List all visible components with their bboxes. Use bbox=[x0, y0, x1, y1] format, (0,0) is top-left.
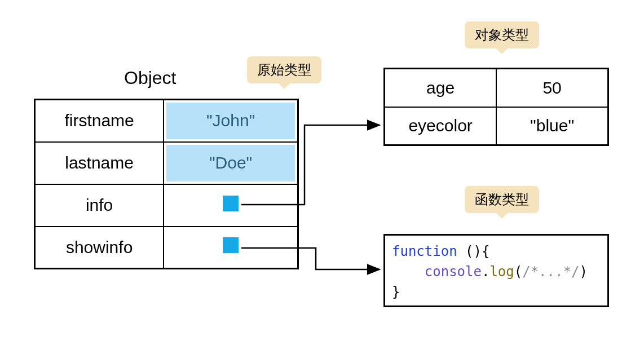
prop-val: "John" bbox=[164, 100, 298, 142]
object-table: firstname "John" lastname "Doe" info sho… bbox=[34, 99, 299, 269]
primitive-value: "John" bbox=[166, 103, 295, 139]
object-type-label: 对象类型 bbox=[465, 21, 539, 48]
table-row: info bbox=[35, 184, 298, 227]
reference-icon bbox=[223, 237, 239, 253]
code-text: ) bbox=[579, 264, 587, 280]
code-object: console bbox=[425, 264, 482, 280]
code-indent bbox=[392, 264, 425, 280]
prop-val bbox=[164, 227, 298, 269]
primitive-type-label: 原始类型 bbox=[247, 56, 321, 83]
prop-key: lastname bbox=[35, 142, 164, 184]
reference-icon bbox=[223, 196, 239, 211]
prop-key: info bbox=[35, 184, 164, 227]
code-text: } bbox=[392, 284, 400, 300]
table-row: showinfo bbox=[35, 227, 298, 269]
primitive-value: "Doe" bbox=[166, 145, 295, 181]
code-text: ( bbox=[514, 264, 522, 280]
prop-key: eyecolor bbox=[385, 107, 497, 145]
code-text: . bbox=[482, 264, 489, 280]
prop-val: "Doe" bbox=[164, 142, 298, 184]
prop-val: "blue" bbox=[496, 107, 608, 145]
function-code-block: function (){ console.log(/*...*/) } bbox=[383, 234, 609, 307]
referenced-object-table: age 50 eyecolor "blue" bbox=[383, 68, 609, 146]
object-title: Object bbox=[124, 68, 176, 88]
code-text: (){ bbox=[457, 243, 490, 259]
prop-val: 50 bbox=[496, 69, 608, 107]
function-type-label: 函数类型 bbox=[465, 186, 539, 213]
table-row: firstname "John" bbox=[35, 100, 298, 142]
prop-key: age bbox=[385, 69, 497, 107]
code-comment: /*...*/ bbox=[522, 264, 579, 280]
prop-key: showinfo bbox=[35, 227, 164, 269]
table-row: lastname "Doe" bbox=[35, 142, 298, 184]
table-row: eyecolor "blue" bbox=[385, 107, 608, 145]
prop-key: firstname bbox=[35, 100, 164, 142]
prop-val bbox=[164, 184, 298, 227]
table-row: age 50 bbox=[385, 69, 608, 107]
code-keyword: function bbox=[392, 243, 457, 259]
code-method: log bbox=[489, 264, 514, 280]
